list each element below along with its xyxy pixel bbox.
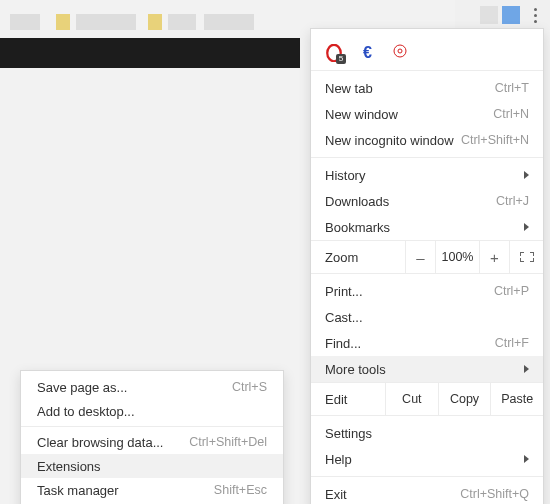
main-menu: 5 € New tab Ctrl+T New window Ctrl+N New… xyxy=(310,28,544,504)
label: Task manager xyxy=(37,483,119,498)
zoom-out-button[interactable]: – xyxy=(405,241,435,273)
zoom-value: 100% xyxy=(435,241,479,273)
shortcut: Ctrl+Shift+Del xyxy=(189,435,267,449)
toolbar-square xyxy=(480,6,498,24)
label: History xyxy=(325,168,365,183)
submenu-save-page[interactable]: Save page as Ctrl+S xyxy=(21,375,283,399)
label: New incognito window xyxy=(325,133,454,148)
zoom-label: Zoom xyxy=(311,250,405,265)
edit-label: Edit xyxy=(311,392,385,407)
shortcut: Ctrl+T xyxy=(495,81,529,95)
profile-avatar[interactable] xyxy=(502,6,520,24)
label: Print xyxy=(325,284,363,299)
menu-button[interactable] xyxy=(524,4,546,26)
shortcut: Ctrl+S xyxy=(232,380,267,394)
shortcut: Ctrl+Shift+Q xyxy=(460,487,529,501)
menu-more-tools[interactable]: More tools xyxy=(311,356,543,382)
label: Clear browsing data xyxy=(37,435,163,450)
label: Downloads xyxy=(325,194,389,209)
label: Extensions xyxy=(37,459,101,474)
label: Help xyxy=(325,452,352,467)
menu-downloads[interactable]: Downloads Ctrl+J xyxy=(311,188,543,214)
more-tools-submenu: Save page as Ctrl+S Add to desktop Clear… xyxy=(20,370,284,504)
fullscreen-icon xyxy=(520,252,534,262)
zoom-in-button[interactable]: + xyxy=(479,241,509,273)
menu-find[interactable]: Find Ctrl+F xyxy=(311,330,543,356)
copy-button[interactable]: Copy xyxy=(438,383,491,415)
shortcut: Ctrl+F xyxy=(495,336,529,350)
paste-button[interactable]: Paste xyxy=(490,383,543,415)
shortcut: Ctrl+N xyxy=(493,107,529,121)
label: More tools xyxy=(325,362,386,377)
submenu-clear-data[interactable]: Clear browsing data Ctrl+Shift+Del xyxy=(21,430,283,454)
submenu-extensions[interactable]: Extensions xyxy=(21,454,283,478)
shortcut: Ctrl+P xyxy=(494,284,529,298)
svg-point-2 xyxy=(398,49,402,53)
cut-button[interactable]: Cut xyxy=(385,383,438,415)
label: Settings xyxy=(325,426,372,441)
extensions-row: 5 € xyxy=(311,35,543,71)
shortcut: Shift+Esc xyxy=(214,483,267,497)
menu-incognito[interactable]: New incognito window Ctrl+Shift+N xyxy=(311,127,543,153)
edit-row: Edit Cut Copy Paste xyxy=(311,382,543,416)
label: Bookmarks xyxy=(325,220,390,235)
menu-new-tab[interactable]: New tab Ctrl+T xyxy=(311,75,543,101)
submenu-task-manager[interactable]: Task manager Shift+Esc xyxy=(21,478,283,502)
menu-print[interactable]: Print Ctrl+P xyxy=(311,278,543,304)
menu-cast[interactable]: Cast xyxy=(311,304,543,330)
label: Add to desktop xyxy=(37,404,135,419)
menu-settings[interactable]: Settings xyxy=(311,420,543,446)
fullscreen-button[interactable] xyxy=(509,241,543,273)
label: New window xyxy=(325,107,398,122)
label: Save page as xyxy=(37,380,127,395)
menu-bookmarks[interactable]: Bookmarks xyxy=(311,214,543,240)
menu-exit[interactable]: Exit Ctrl+Shift+Q xyxy=(311,481,543,504)
label: Find xyxy=(325,336,361,351)
euro-extension-icon[interactable]: € xyxy=(363,44,372,62)
target-extension-icon[interactable] xyxy=(392,43,408,62)
browser-toolbar xyxy=(455,0,550,30)
shortcut: Ctrl+J xyxy=(496,194,529,208)
menu-history[interactable]: History xyxy=(311,162,543,188)
opera-extension-icon[interactable]: 5 xyxy=(325,44,343,62)
shortcut: Ctrl+Shift+N xyxy=(461,133,529,147)
menu-new-window[interactable]: New window Ctrl+N xyxy=(311,101,543,127)
zoom-row: Zoom – 100% + xyxy=(311,240,543,274)
extension-badge: 5 xyxy=(336,54,346,64)
svg-point-1 xyxy=(394,45,406,57)
label: Cast xyxy=(325,310,363,325)
submenu-add-desktop[interactable]: Add to desktop xyxy=(21,399,283,423)
label: New tab xyxy=(325,81,373,96)
label: Exit xyxy=(325,487,347,502)
menu-help[interactable]: Help xyxy=(311,446,543,472)
